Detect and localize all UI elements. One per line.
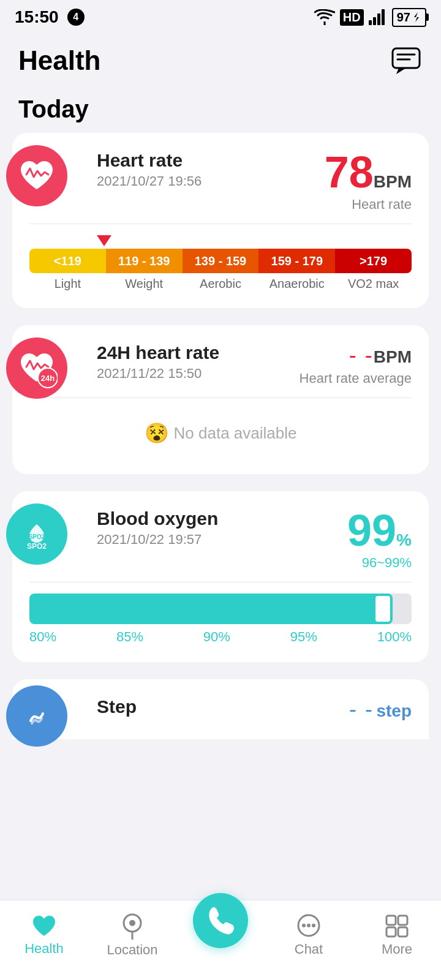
24h-dash: - -	[349, 342, 374, 368]
spo2-icon: SPO2 SPO2	[6, 503, 67, 565]
hr-label-light: Light	[29, 277, 106, 291]
spo2-bar-track	[29, 594, 412, 624]
spo2-datetime: 2021/10/22 19:57	[97, 532, 218, 548]
step-header: Step - - step	[97, 696, 412, 722]
hr-label-anaerobic: Anaerobic	[258, 277, 335, 291]
spo2-header: Blood oxygen 2021/10/22 19:57 99% 96~99%	[97, 508, 412, 571]
24h-value: - -BPM Heart rate average	[300, 342, 412, 386]
spo2-labels: 80% 85% 90% 95% 100%	[29, 629, 412, 645]
spo2-label-100: 100%	[377, 629, 412, 645]
spo2-label-90: 90%	[203, 629, 230, 645]
status-bar: 15:50 4 HD 97	[0, 0, 441, 32]
heart-rate-value: 78BPM Heart rate	[325, 150, 412, 213]
hr-label-vo2max: VO2 max	[335, 277, 412, 291]
call-button[interactable]	[193, 893, 248, 948]
spo2-label-80: 80%	[29, 629, 56, 645]
blood-oxygen-card: SPO2 SPO2 Blood oxygen 2021/10/22 19:57 …	[12, 491, 429, 662]
nav-chat[interactable]: Chat	[265, 913, 353, 957]
status-icons: HD 97	[314, 8, 426, 27]
section-today: Today	[0, 83, 441, 133]
spo2-label-85: 85%	[116, 629, 143, 645]
status-time: 15:50	[15, 7, 59, 27]
hr-labels: Light Weight Aerobic Anaerobic VO2 max	[29, 277, 412, 291]
svg-point-19	[307, 924, 311, 927]
no-data-message: 😵 No data available	[29, 409, 412, 457]
heart-rate-title: Heart rate	[97, 150, 202, 171]
heart-rate-sublabel: Heart rate	[325, 197, 412, 213]
hr-label-aerobic: Aerobic	[183, 277, 259, 291]
svg-rect-21	[386, 916, 396, 925]
svg-rect-1	[373, 17, 376, 25]
24h-title: 24H heart rate	[97, 342, 219, 363]
svg-point-16	[129, 920, 135, 926]
svg-rect-23	[386, 927, 396, 937]
step-value: - - step	[349, 696, 412, 722]
spo2-bar-container: 80% 85% 90% 95% 100%	[29, 594, 412, 645]
hr-seg-vo2max: >179	[335, 249, 412, 273]
location-nav-icon	[121, 913, 144, 940]
health-nav-icon	[31, 914, 58, 938]
heart-rate-header: Heart rate 2021/10/27 19:56 78BPM Heart …	[97, 150, 412, 213]
hd-icon: HD	[340, 9, 364, 26]
nav-more-label: More	[382, 941, 412, 957]
24h-header: 24H heart rate 2021/11/22 15:50 - -BPM H…	[97, 342, 412, 386]
svg-marker-4	[414, 12, 419, 22]
divider-2	[29, 398, 412, 398]
heart-rate-icon	[6, 145, 67, 206]
nav-health-label: Health	[24, 941, 64, 957]
heart-icon	[18, 159, 56, 193]
nav-call[interactable]	[176, 893, 265, 948]
heart-rate-datetime: 2021/10/27 19:56	[97, 173, 202, 189]
battery-icon: 97	[392, 8, 426, 27]
svg-text:24h: 24h	[41, 374, 55, 383]
no-data-icon: 😵	[145, 421, 169, 445]
spo2-value: 99% 96~99%	[347, 508, 412, 571]
hr-indicator	[29, 235, 412, 247]
nav-location-label: Location	[107, 942, 157, 958]
svg-rect-3	[382, 9, 385, 25]
bottom-nav: Health Location Chat Mor	[0, 900, 441, 980]
svg-rect-5	[393, 48, 420, 68]
svg-point-18	[302, 924, 306, 927]
svg-point-20	[312, 924, 315, 927]
step-card-partial: Step - - step	[12, 679, 429, 739]
page-title: Health	[18, 45, 100, 76]
bolt-icon	[412, 12, 421, 22]
heart-rate-card: Heart rate 2021/10/27 19:56 78BPM Heart …	[12, 133, 429, 308]
24h-info: 24H heart rate 2021/11/22 15:50	[97, 342, 219, 382]
nav-more[interactable]: More	[353, 913, 441, 957]
more-nav-icon	[384, 913, 410, 939]
24h-icon: 24h	[16, 347, 58, 389]
spo2-svg: SPO2 SPO2	[16, 513, 58, 555]
hr-label-weight: Weight	[106, 277, 183, 291]
hr-scale: <119 119 - 139 139 - 159 159 - 179 >179 …	[29, 235, 412, 291]
step-info: Step	[97, 696, 137, 717]
wifi-icon	[314, 9, 335, 25]
24h-datetime: 2021/11/22 15:50	[97, 366, 219, 382]
hr-bar: <119 119 - 139 139 - 159 159 - 179 >179	[29, 249, 412, 273]
heart-rate-info: Heart rate 2021/10/27 19:56	[97, 150, 202, 189]
divider-1	[29, 224, 412, 224]
step-icon	[6, 685, 67, 747]
spo2-title: Blood oxygen	[97, 508, 218, 529]
message-button[interactable]	[390, 44, 423, 77]
hr-seg-anaerobic: 159 - 179	[258, 249, 335, 273]
24h-heart-rate-card: 24h 24H heart rate 2021/11/22 15:50 - -B…	[12, 325, 429, 474]
chat-nav-icon	[296, 913, 322, 939]
spo2-number: 99	[347, 506, 396, 555]
step-unit: step	[376, 701, 412, 720]
notification-badge: 4	[67, 9, 85, 26]
nav-location[interactable]: Location	[88, 913, 176, 958]
svg-text:SPO2: SPO2	[27, 542, 47, 551]
svg-text:SPO2: SPO2	[29, 533, 45, 540]
spo2-sublabel: 96~99%	[347, 555, 412, 571]
hr-seg-weight: 119 - 139	[106, 249, 183, 273]
svg-rect-0	[369, 20, 372, 25]
spo2-unit: %	[396, 530, 412, 549]
hr-seg-aerobic: 139 - 159	[183, 249, 259, 273]
spo2-bar-fill	[29, 594, 393, 624]
heart-rate-unit: BPM	[374, 172, 412, 191]
nav-health[interactable]: Health	[0, 914, 88, 957]
step-dash: - -	[349, 696, 374, 722]
spo2-info: Blood oxygen 2021/10/22 19:57	[97, 508, 218, 548]
